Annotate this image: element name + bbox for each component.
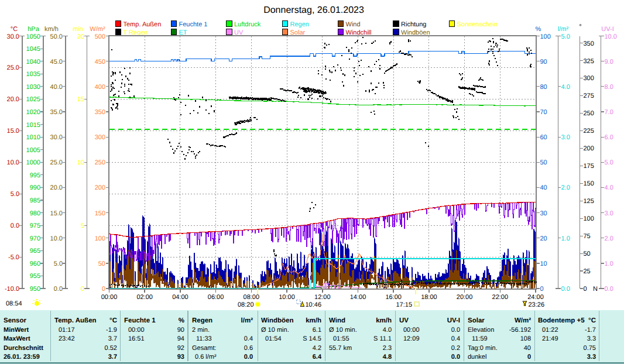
svg-text:20.0: 20.0	[7, 96, 19, 103]
svg-text:5.0: 5.0	[11, 191, 19, 198]
svg-text:1020: 1020	[26, 109, 40, 116]
svg-text:Elevation: Elevation	[468, 327, 494, 334]
svg-text:980: 980	[30, 210, 40, 217]
svg-text:l/m²: l/m²	[558, 26, 569, 33]
svg-text:4.8: 4.8	[383, 353, 392, 360]
svg-text:8.0: 8.0	[605, 84, 613, 91]
svg-text:200: 200	[584, 145, 594, 152]
svg-text:l/m²: l/m²	[241, 317, 253, 324]
svg-text:21:49: 21:49	[542, 335, 558, 342]
svg-text:10.0: 10.0	[7, 159, 19, 166]
svg-text:2.0: 2.0	[605, 235, 613, 242]
svg-text:%: %	[179, 317, 184, 324]
svg-text:300: 300	[95, 134, 105, 141]
svg-text:200: 200	[95, 184, 105, 191]
svg-text:20:00: 20:00	[457, 294, 473, 301]
svg-text:km/h: km/h	[376, 317, 392, 324]
svg-text:7.0: 7.0	[605, 109, 613, 116]
svg-text:3.7: 3.7	[108, 335, 117, 342]
svg-text:08:00: 08:00	[244, 294, 260, 301]
svg-text:01:17: 01:17	[59, 327, 75, 334]
svg-text:Solar: Solar	[468, 317, 485, 324]
svg-text:9.0: 9.0	[605, 59, 613, 66]
svg-text:990: 990	[30, 184, 40, 191]
svg-text:02:00: 02:00	[136, 294, 153, 301]
svg-text:MinWert: MinWert	[4, 327, 29, 334]
svg-text:0.2: 0.2	[451, 345, 460, 352]
svg-text:hPa: hPa	[28, 26, 39, 33]
svg-text:45.0: 45.0	[50, 59, 63, 66]
svg-text:Tag:0 min.: Tag:0 min.	[468, 345, 498, 352]
svg-text:12:00: 12:00	[314, 294, 331, 301]
svg-text:Gesamt:: Gesamt:	[192, 345, 217, 352]
svg-text:6.0: 6.0	[605, 134, 613, 141]
svg-text:S 14.5: S 14.5	[303, 335, 321, 342]
svg-text:N: N	[593, 286, 598, 293]
svg-text:Donnerstag, 26.01.2023: Donnerstag, 26.01.2023	[263, 5, 364, 15]
svg-text:15.0: 15.0	[50, 210, 63, 217]
svg-text:Durchschnitt: Durchschnitt	[4, 345, 43, 352]
svg-text:20.0: 20.0	[50, 184, 63, 191]
svg-text:1015: 1015	[26, 122, 40, 129]
svg-text:2.3: 2.3	[383, 345, 392, 352]
svg-text:225: 225	[584, 128, 594, 135]
svg-text:975: 975	[30, 222, 40, 229]
svg-text:50: 50	[98, 260, 105, 267]
svg-text:1000: 1000	[26, 159, 40, 166]
svg-text:24:00: 24:00	[527, 294, 544, 301]
svg-text:950: 950	[30, 286, 40, 293]
svg-text:2.0: 2.0	[561, 184, 570, 191]
svg-text:350: 350	[584, 40, 594, 47]
svg-text:25: 25	[584, 268, 591, 275]
svg-text:0.0: 0.0	[561, 286, 570, 293]
svg-text:11:59: 11:59	[472, 335, 488, 342]
svg-text:0: 0	[527, 353, 531, 360]
svg-text:50.0: 50.0	[50, 33, 63, 40]
svg-text:0.0: 0.0	[54, 286, 63, 293]
svg-text:955: 955	[30, 273, 40, 280]
svg-text:5.0: 5.0	[561, 33, 570, 40]
svg-text:17:15: 17:15	[396, 301, 412, 308]
svg-text:W/m²: W/m²	[515, 317, 531, 324]
svg-text:970: 970	[30, 235, 40, 242]
svg-text:Sensor: Sensor	[4, 317, 27, 324]
svg-text:0.52: 0.52	[105, 345, 117, 352]
svg-text:150: 150	[584, 180, 594, 187]
svg-text:90: 90	[540, 59, 547, 66]
svg-text:10: 10	[540, 260, 547, 267]
svg-text:0.6 l/m²: 0.6 l/m²	[195, 353, 217, 360]
svg-text:3.0: 3.0	[605, 210, 613, 217]
svg-text:150: 150	[95, 210, 105, 217]
svg-text:00:00: 00:00	[128, 327, 145, 334]
svg-text:23:26: 23:26	[529, 301, 545, 308]
svg-text:20: 20	[77, 33, 84, 40]
svg-text:UV-I: UV-I	[601, 26, 613, 33]
svg-text:175: 175	[584, 163, 594, 170]
svg-text:UV: UV	[399, 317, 409, 324]
svg-text:Wind: Wind	[346, 21, 361, 28]
svg-text:125: 125	[584, 198, 594, 205]
svg-text:1050: 1050	[26, 33, 40, 40]
svg-text:30.0: 30.0	[7, 33, 19, 40]
svg-text:0: 0	[540, 286, 544, 293]
svg-text:Feuchte 1: Feuchte 1	[124, 317, 156, 324]
svg-text:04:00: 04:00	[172, 294, 188, 301]
svg-text:10: 10	[77, 159, 84, 166]
svg-text:0.0: 0.0	[451, 327, 460, 334]
svg-text:Richtung: Richtung	[401, 21, 426, 28]
svg-text:94: 94	[177, 335, 184, 342]
svg-text:80: 80	[540, 84, 547, 91]
svg-text:Regen: Regen	[192, 317, 212, 324]
svg-text:6.4: 6.4	[313, 353, 322, 360]
svg-text:100: 100	[584, 215, 594, 222]
svg-text:15: 15	[77, 96, 84, 103]
svg-text:MaxWert: MaxWert	[4, 335, 30, 342]
svg-text:-56.192: -56.192	[509, 327, 531, 334]
svg-text:Temp. Außen: Temp. Außen	[54, 317, 97, 324]
svg-text:01:54: 01:54	[265, 335, 282, 342]
svg-text:5.0: 5.0	[605, 159, 613, 166]
svg-text:450: 450	[95, 59, 105, 66]
svg-text:30.0: 30.0	[50, 134, 63, 141]
svg-text:0.0: 0.0	[451, 353, 460, 360]
svg-text:0.0: 0.0	[605, 286, 613, 293]
